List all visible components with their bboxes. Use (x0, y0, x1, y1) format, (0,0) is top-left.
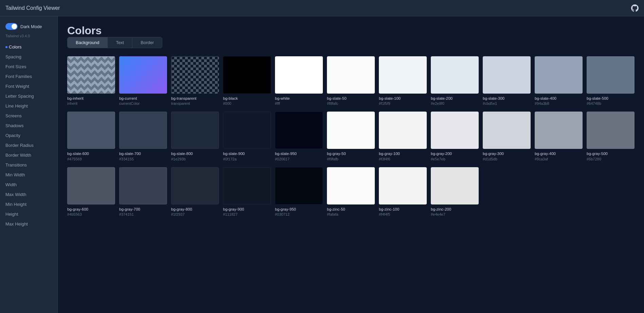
sidebar-item-transitions[interactable]: Transitions (0, 160, 57, 170)
topbar: Tailwind Config Viewer (0, 0, 644, 16)
color-swatch[interactable] (483, 56, 531, 94)
sidebar-item-max-width[interactable]: Max Width (0, 190, 57, 199)
color-name: bg-slate-900 (223, 151, 271, 156)
color-value: #f9fafb (327, 157, 375, 162)
color-swatch[interactable] (535, 112, 583, 149)
color-swatch[interactable] (431, 56, 479, 94)
tab-border[interactable]: Border (132, 37, 162, 48)
color-name: bg-zinc-50 (327, 207, 375, 212)
sidebar-item-spacing[interactable]: Spacing (0, 52, 57, 62)
color-card: bg-slate-100#f1f5f9 (379, 56, 427, 106)
color-swatch[interactable] (119, 56, 167, 94)
sidebar-item-min-width[interactable]: Min Width (0, 170, 57, 180)
sidebar-item-label: Max Width (5, 192, 26, 197)
color-card: bg-slate-700#334155 (119, 112, 167, 161)
color-name: bg-gray-50 (327, 151, 375, 156)
color-swatch[interactable] (275, 112, 323, 149)
color-swatch[interactable] (67, 56, 115, 94)
app-title: Tailwind Config Viewer (5, 5, 60, 11)
color-name: bg-slate-800 (171, 151, 219, 156)
color-value: #1e293b (171, 157, 219, 162)
color-value: #fff (275, 101, 323, 106)
color-value: #020617 (275, 157, 323, 162)
color-swatch[interactable] (379, 167, 427, 204)
color-name: bg-gray-200 (431, 151, 479, 156)
color-name: bg-black (223, 96, 271, 101)
color-swatch[interactable] (587, 112, 634, 149)
color-value: #f1f5f9 (379, 101, 427, 106)
sidebar-item-font-weight[interactable]: Font Weight (0, 81, 57, 91)
github-icon[interactable] (631, 4, 639, 12)
sidebar-item-min-height[interactable]: Min Height (0, 199, 57, 209)
tab-background[interactable]: Background (68, 37, 108, 48)
color-card: bg-slate-900#0f172a (223, 112, 271, 161)
color-value: #f8fafc (327, 101, 375, 106)
color-value: #374151 (119, 212, 167, 217)
color-card: bg-gray-100#f3f4f6 (379, 112, 427, 161)
sidebar-item-opacity[interactable]: Opacity (0, 131, 57, 140)
color-swatch[interactable] (327, 167, 375, 204)
color-name: bg-gray-600 (67, 207, 115, 212)
sidebar-item-screens[interactable]: Screens (0, 111, 57, 121)
color-swatch[interactable] (431, 112, 479, 149)
color-swatch[interactable] (223, 112, 271, 149)
color-card: bg-slate-800#1e293b (171, 112, 219, 161)
dark-mode-toggle[interactable]: Dark Mode (0, 20, 57, 34)
tab-text[interactable]: Text (108, 37, 132, 48)
color-card: bg-gray-900#111827 (223, 167, 271, 217)
sidebar-item-line-height[interactable]: Line Height (0, 101, 57, 111)
sidebar-item-shadows[interactable]: Shadows (0, 121, 57, 131)
color-value: #9ca3af (535, 157, 583, 162)
color-swatch[interactable] (379, 56, 427, 94)
color-name: bg-zinc-200 (431, 207, 479, 212)
color-swatch[interactable] (275, 56, 323, 94)
sidebar-item-label: Line Height (5, 103, 28, 109)
toggle-knob (12, 24, 17, 29)
color-swatch[interactable] (171, 167, 219, 204)
sidebar-item-font-families[interactable]: Font Families (0, 72, 57, 81)
color-swatch[interactable] (171, 112, 219, 149)
sidebar-item-border-width[interactable]: Border Width (0, 150, 57, 160)
dark-mode-switch[interactable] (5, 23, 18, 30)
color-value: #f4f4f5 (379, 212, 427, 217)
color-value: #475569 (67, 157, 115, 162)
color-swatch[interactable] (431, 167, 479, 204)
color-value: #6b7280 (587, 157, 634, 162)
color-swatch[interactable] (379, 112, 427, 149)
sidebar-item-height[interactable]: Height (0, 209, 57, 219)
color-swatch[interactable] (223, 56, 271, 94)
color-swatch[interactable] (327, 56, 375, 94)
color-card: bg-gray-600#4b5563 (67, 167, 115, 217)
color-name: bg-current (119, 96, 167, 101)
color-swatch[interactable] (535, 56, 583, 94)
color-name: bg-zinc-100 (379, 207, 427, 212)
color-swatch[interactable] (119, 167, 167, 204)
color-value: #e4e4e7 (431, 212, 479, 217)
color-card: bg-slate-600#475569 (67, 112, 115, 161)
color-swatch[interactable] (119, 112, 167, 149)
sidebar-item-max-height[interactable]: Max Height (0, 219, 57, 229)
color-name: bg-gray-950 (275, 207, 323, 212)
color-swatch[interactable] (327, 112, 375, 149)
sidebar-item-width[interactable]: Width (0, 180, 57, 190)
color-swatch[interactable] (275, 167, 323, 204)
sidebar-item-label: Width (5, 182, 17, 187)
color-swatch[interactable] (67, 167, 115, 204)
sidebar-item-label: Border Radius (5, 143, 34, 148)
color-name: bg-slate-500 (587, 96, 634, 101)
color-name: bg-gray-700 (119, 207, 167, 212)
sidebar-item-font-sizes[interactable]: Font Sizes (0, 62, 57, 72)
color-swatch[interactable] (483, 112, 531, 149)
color-name: bg-white (275, 96, 323, 101)
sidebar-item-label: Border Width (5, 153, 31, 158)
color-swatch[interactable] (587, 56, 634, 94)
color-swatch[interactable] (67, 112, 115, 149)
sidebar-item-colors[interactable]: Colors (0, 42, 57, 52)
sidebar-item-letter-spacing[interactable]: Letter Spacing (0, 91, 57, 101)
sidebar-item-border-radius[interactable]: Border Radius (0, 140, 57, 150)
color-swatch[interactable] (223, 167, 271, 204)
color-card: bg-slate-400#94a3b8 (535, 56, 583, 106)
color-name: bg-inherit (67, 96, 115, 101)
sidebar-item-label: Min Height (5, 202, 26, 207)
color-swatch[interactable] (171, 56, 219, 94)
